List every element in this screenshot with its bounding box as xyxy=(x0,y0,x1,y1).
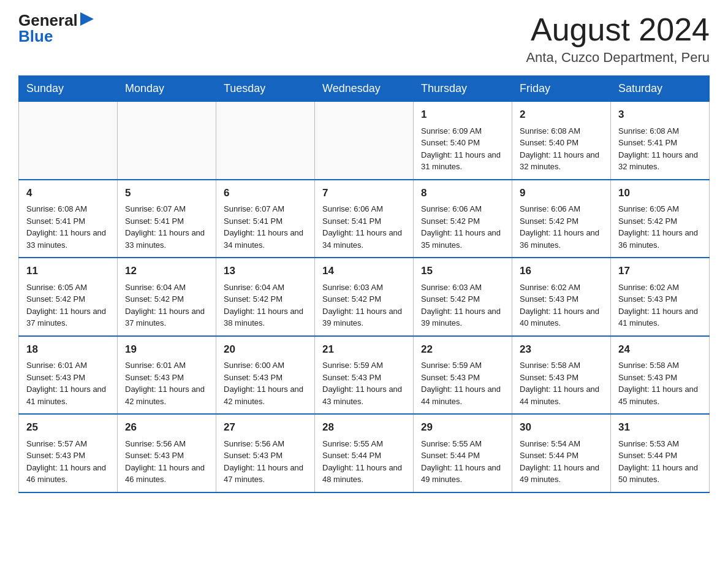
calendar-cell: 15Sunrise: 6:03 AMSunset: 5:42 PMDayligh… xyxy=(414,258,512,336)
calendar-cell: 5Sunrise: 6:07 AMSunset: 5:41 PMDaylight… xyxy=(118,180,216,258)
weekday-header-monday: Monday xyxy=(118,76,216,102)
calendar-cell: 2Sunrise: 6:08 AMSunset: 5:40 PMDaylight… xyxy=(512,102,611,180)
calendar-cell: 21Sunrise: 5:59 AMSunset: 5:43 PMDayligh… xyxy=(315,336,414,415)
day-info: Daylight: 11 hours and 38 minutes. xyxy=(224,305,307,329)
page-header: General Blue August 2024 Anta, Cuzco Dep… xyxy=(18,12,710,66)
calendar-cell: 14Sunrise: 6:03 AMSunset: 5:42 PMDayligh… xyxy=(315,258,414,336)
day-info: Sunset: 5:42 PM xyxy=(125,293,208,305)
calendar-cell: 22Sunrise: 5:59 AMSunset: 5:43 PMDayligh… xyxy=(414,336,512,415)
calendar-cell: 20Sunrise: 6:00 AMSunset: 5:43 PMDayligh… xyxy=(216,336,315,415)
day-info: Daylight: 11 hours and 37 minutes. xyxy=(26,305,110,329)
day-info: Sunrise: 6:04 AM xyxy=(125,282,208,294)
day-info: Sunset: 5:43 PM xyxy=(618,372,702,384)
day-info: Daylight: 11 hours and 36 minutes. xyxy=(520,227,603,251)
day-info: Daylight: 11 hours and 46 minutes. xyxy=(26,462,110,486)
calendar-cell: 18Sunrise: 6:01 AMSunset: 5:43 PMDayligh… xyxy=(19,336,118,415)
day-number: 13 xyxy=(224,263,307,279)
day-info: Daylight: 11 hours and 41 minutes. xyxy=(618,305,702,329)
calendar-cell xyxy=(118,102,216,180)
week-row-3: 11Sunrise: 6:05 AMSunset: 5:42 PMDayligh… xyxy=(19,258,710,336)
calendar-cell: 17Sunrise: 6:02 AMSunset: 5:43 PMDayligh… xyxy=(611,258,710,336)
day-info: Sunset: 5:44 PM xyxy=(618,450,702,462)
week-row-4: 18Sunrise: 6:01 AMSunset: 5:43 PMDayligh… xyxy=(19,336,710,415)
day-info: Daylight: 11 hours and 44 minutes. xyxy=(421,383,504,407)
day-info: Sunset: 5:42 PM xyxy=(520,215,603,228)
day-info: Sunset: 5:42 PM xyxy=(421,293,504,305)
day-info: Sunset: 5:40 PM xyxy=(520,137,603,149)
day-number: 5 xyxy=(125,185,208,201)
day-info: Sunset: 5:43 PM xyxy=(26,450,110,462)
day-info: Daylight: 11 hours and 42 minutes. xyxy=(125,383,208,407)
day-info: Sunrise: 6:02 AM xyxy=(520,282,603,294)
svg-marker-0 xyxy=(80,12,94,26)
calendar-cell: 6Sunrise: 6:07 AMSunset: 5:41 PMDaylight… xyxy=(216,180,315,258)
calendar-cell: 3Sunrise: 6:08 AMSunset: 5:41 PMDaylight… xyxy=(611,102,710,180)
day-info: Sunrise: 6:06 AM xyxy=(520,203,603,215)
logo-general-text: General xyxy=(18,12,78,28)
day-info: Sunrise: 6:06 AM xyxy=(421,203,504,215)
calendar-cell: 16Sunrise: 6:02 AMSunset: 5:43 PMDayligh… xyxy=(512,258,611,336)
day-info: Sunset: 5:43 PM xyxy=(520,293,603,305)
title-area: August 2024 Anta, Cuzco Department, Peru xyxy=(526,12,710,66)
calendar-cell: 24Sunrise: 5:58 AMSunset: 5:43 PMDayligh… xyxy=(611,336,710,415)
day-info: Sunrise: 5:55 AM xyxy=(322,438,406,450)
calendar-cell: 4Sunrise: 6:08 AMSunset: 5:41 PMDaylight… xyxy=(19,180,118,258)
day-info: Sunset: 5:41 PM xyxy=(125,215,208,228)
day-info: Sunrise: 5:59 AM xyxy=(322,359,406,372)
day-info: Sunrise: 5:56 AM xyxy=(125,438,208,450)
week-row-1: 1Sunrise: 6:09 AMSunset: 5:40 PMDaylight… xyxy=(19,102,710,180)
calendar-cell xyxy=(216,102,315,180)
day-info: Daylight: 11 hours and 32 minutes. xyxy=(520,149,603,173)
day-number: 27 xyxy=(224,419,307,435)
day-number: 2 xyxy=(520,107,603,123)
day-info: Daylight: 11 hours and 36 minutes. xyxy=(618,227,702,251)
day-info: Sunset: 5:43 PM xyxy=(125,372,208,384)
day-info: Sunrise: 5:56 AM xyxy=(224,438,307,450)
weekday-header-row: SundayMondayTuesdayWednesdayThursdayFrid… xyxy=(19,76,710,102)
day-info: Daylight: 11 hours and 35 minutes. xyxy=(421,227,504,251)
day-info: Sunset: 5:43 PM xyxy=(125,450,208,462)
day-info: Sunset: 5:41 PM xyxy=(224,215,307,228)
day-info: Sunset: 5:40 PM xyxy=(421,137,504,149)
month-title: August 2024 xyxy=(526,12,710,47)
day-number: 28 xyxy=(322,419,406,435)
day-info: Sunset: 5:43 PM xyxy=(618,293,702,305)
week-row-5: 25Sunrise: 5:57 AMSunset: 5:43 PMDayligh… xyxy=(19,414,710,492)
calendar-cell: 8Sunrise: 6:06 AMSunset: 5:42 PMDaylight… xyxy=(414,180,512,258)
day-number: 15 xyxy=(421,263,504,279)
day-info: Sunset: 5:43 PM xyxy=(520,372,603,384)
day-info: Daylight: 11 hours and 41 minutes. xyxy=(26,383,110,407)
day-number: 29 xyxy=(421,419,504,435)
day-info: Sunset: 5:42 PM xyxy=(26,293,110,305)
day-number: 23 xyxy=(520,342,603,358)
day-info: Sunrise: 5:57 AM xyxy=(26,438,110,450)
day-info: Daylight: 11 hours and 44 minutes. xyxy=(520,383,603,407)
calendar-cell: 13Sunrise: 6:04 AMSunset: 5:42 PMDayligh… xyxy=(216,258,315,336)
weekday-header-friday: Friday xyxy=(512,76,611,102)
calendar-cell: 10Sunrise: 6:05 AMSunset: 5:42 PMDayligh… xyxy=(611,180,710,258)
calendar-cell: 11Sunrise: 6:05 AMSunset: 5:42 PMDayligh… xyxy=(19,258,118,336)
day-info: Daylight: 11 hours and 32 minutes. xyxy=(618,149,702,173)
logo-blue-text: Blue xyxy=(18,28,53,44)
day-info: Daylight: 11 hours and 31 minutes. xyxy=(421,149,504,173)
day-number: 26 xyxy=(125,419,208,435)
day-info: Sunrise: 5:58 AM xyxy=(618,359,702,372)
day-info: Daylight: 11 hours and 42 minutes. xyxy=(224,383,307,407)
day-info: Sunset: 5:44 PM xyxy=(520,450,603,462)
day-info: Sunrise: 6:07 AM xyxy=(224,203,307,215)
weekday-header-wednesday: Wednesday xyxy=(315,76,414,102)
calendar-cell: 25Sunrise: 5:57 AMSunset: 5:43 PMDayligh… xyxy=(19,414,118,492)
day-info: Sunset: 5:42 PM xyxy=(322,293,406,305)
weekday-header-thursday: Thursday xyxy=(414,76,512,102)
day-number: 14 xyxy=(322,263,406,279)
day-number: 10 xyxy=(618,185,702,201)
day-info: Sunset: 5:43 PM xyxy=(26,372,110,384)
day-info: Sunrise: 6:02 AM xyxy=(618,282,702,294)
calendar-cell xyxy=(315,102,414,180)
day-info: Sunrise: 6:05 AM xyxy=(618,203,702,215)
day-info: Daylight: 11 hours and 47 minutes. xyxy=(224,462,307,486)
day-info: Daylight: 11 hours and 34 minutes. xyxy=(224,227,307,251)
day-info: Sunrise: 6:09 AM xyxy=(421,125,504,137)
day-info: Sunrise: 6:08 AM xyxy=(618,125,702,137)
day-info: Sunrise: 6:05 AM xyxy=(26,282,110,294)
